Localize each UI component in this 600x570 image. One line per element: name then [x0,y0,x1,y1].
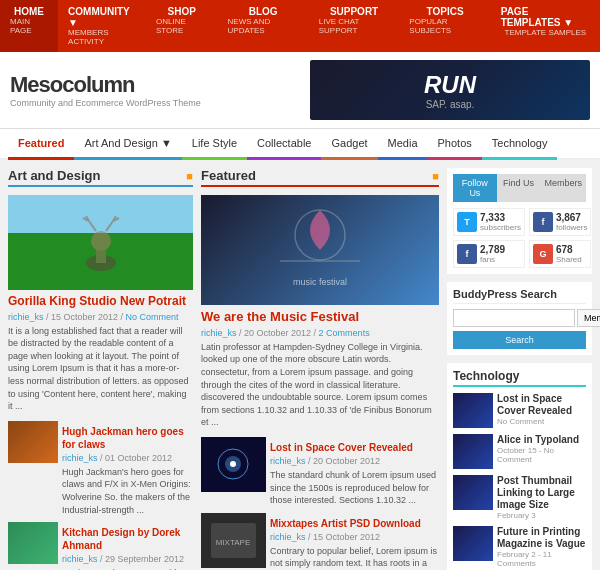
featured-small-author-1[interactable]: richie_ks [270,456,306,466]
top-nav-item-page-templates[interactable]: PAGE TEMPLATES ▼template samples [491,0,600,52]
cat-nav-item-life-style[interactable]: Life Style [182,129,247,160]
featured-small-image-2: MIXTAPE [201,513,266,568]
tech-article-2: Post Thumbnail Linking to Large Image Si… [453,475,586,520]
tech-article-title-0[interactable]: Lost in Space Cover Revealed [497,393,586,417]
facebook-info: 3,867 followers [556,212,588,232]
featured-small-excerpt-2: Contrary to popular belief, Lorem ipsum … [270,545,439,570]
top-navigation: HOMEmain pageCOMMUNITY ▼members activity… [0,0,600,52]
tech-article-title-1[interactable]: Alice in Typoland [497,434,586,446]
featured-small-article-2: MIXTAPE Mixxtapes Artist PSD Download ri… [201,513,439,570]
tech-article-content-1: Alice in Typoland October 15 - No Commen… [497,434,586,469]
featured-small-title-1[interactable]: Lost in Space Cover Revealed [270,441,439,454]
svg-line-3 [89,221,96,231]
cat-nav-item-art-and-design[interactable]: Art And Design ▼ [74,129,181,160]
search-select[interactable]: Members [577,309,600,327]
top-nav-item-support[interactable]: SUPPORTlive chat support [309,0,400,52]
tech-article-title-2[interactable]: Post Thumbnail Linking to Large Image Si… [497,475,586,511]
tab-follow-us[interactable]: Follow Us [453,174,497,202]
tech-article-title-3[interactable]: Future in Printing Magazine is Vague [497,526,586,550]
tech-article-1: Alice in Typoland October 15 - No Commen… [453,434,586,469]
search-input[interactable] [453,309,575,327]
header-banner: RUN SAP. asap. [310,60,590,120]
cat-nav-item-photos[interactable]: Photos [428,129,482,160]
art-small-author-2[interactable]: richie_ks [62,554,98,564]
search-title: BuddyPress Search [453,288,586,304]
banner-text: RUN [424,71,476,99]
cat-nav-item-gadget[interactable]: Gadget [321,129,377,160]
art-small-content-1: Hugh Jackman hero goes for claws richie_… [62,421,193,516]
featured-main-title[interactable]: We are the Music Festival [201,309,439,326]
social-grid: T 7,333 subscribers f 3,867 followers f [453,208,586,268]
svg-text:MIXTAPE: MIXTAPE [216,538,251,547]
top-nav-label: SHOP [168,6,196,17]
banner-sub: SAP. asap. [424,99,476,110]
art-small-content-2: Kitchan Design by Dorek Ahmand richie_ks… [62,522,193,570]
art-small-excerpt-1: Hugh Jackman's hero goes for claws and F… [62,466,193,516]
fans-count: 2,789 [480,244,505,255]
search-button[interactable]: Search [453,331,586,349]
right-column: Follow Us Find Us Members T 7,333 subscr… [447,168,592,570]
twitter-count: 7,333 [480,212,521,223]
search-input-row: Members [453,309,586,327]
featured-main-excerpt: Latin professor at Hampden-Sydney Colleg… [201,341,439,429]
art-main-comment[interactable]: No Comment [126,312,179,322]
top-nav-item-home[interactable]: HOMEmain page [0,0,58,52]
featured-rss-icon[interactable]: ■ [432,170,439,182]
cat-nav-item-media[interactable]: Media [378,129,428,160]
twitter-icon: T [457,212,477,232]
featured-small-excerpt-1: The standard chunk of Lorem ipsum used s… [270,469,439,507]
shared-icon: G [533,244,553,264]
art-small-article-1: Hugh Jackman hero goes for claws richie_… [8,421,193,516]
featured-main-article: music festival We are the Music Festival… [201,195,439,429]
tech-articles: Lost in Space Cover Revealed No Comment … [453,393,586,568]
site-header: Mesocolumn Community and Ecommerce WordP… [0,52,600,129]
featured-small-author-2[interactable]: richie_ks [270,532,306,542]
featured-section-header: Featured ■ [201,168,439,187]
main-content: Art and Design ■ Gorilla King Studio New [0,160,600,570]
site-description: Community and Ecommerce WordPress Theme [10,98,310,108]
featured-small-title-2[interactable]: Mixxtapes Artist PSD Download [270,517,439,530]
top-nav-item-blog[interactable]: BLOGnews and updates [218,0,309,52]
svg-rect-11 [280,260,360,262]
fans-label: fans [480,255,505,264]
tab-find-us[interactable]: Find Us [497,174,541,202]
tech-article-meta-1: October 15 - No Comment [497,446,586,464]
art-small-meta-2: richie_ks / 29 September 2012 [62,554,193,564]
top-nav-item-community[interactable]: COMMUNITY ▼members activity [58,0,146,52]
featured-main-author[interactable]: richie_ks [201,328,237,338]
cat-nav-item-featured[interactable]: Featured [8,129,74,160]
top-nav-label: BLOG [249,6,278,17]
art-section-header: Art and Design ■ [8,168,193,187]
art-small-title-2[interactable]: Kitchan Design by Dorek Ahmand [62,526,193,552]
cat-nav-item-technology[interactable]: Technology [482,129,558,160]
tech-article-content-3: Future in Printing Magazine is Vague Feb… [497,526,586,568]
tech-article-0: Lost in Space Cover Revealed No Comment [453,393,586,428]
twitter-label: subscribers [480,223,521,232]
social-shared: G 678 Shared [529,240,592,268]
featured-small-meta-2: richie_ks / 15 October 2012 [270,532,439,542]
featured-small-article-1: Lost in Space Cover Revealed richie_ks /… [201,437,439,507]
art-small-title-1[interactable]: Hugh Jackman hero goes for claws [62,425,193,451]
social-facebook: f 3,867 followers [529,208,592,236]
tab-members[interactable]: Members [541,174,587,202]
art-rss-icon[interactable]: ■ [186,170,193,182]
art-main-excerpt: It is a long established fact that a rea… [8,325,193,413]
site-title: Mesocolumn [10,72,310,98]
art-main-author[interactable]: richie_ks [8,312,44,322]
featured-main-comment[interactable]: 2 Comments [319,328,370,338]
category-navigation: FeaturedArt And Design ▼Life StyleCollec… [0,129,600,160]
art-small-author-1[interactable]: richie_ks [62,453,98,463]
art-main-title[interactable]: Gorilla King Studio New Potrait [8,294,193,310]
fans-icon: f [457,244,477,264]
top-nav-item-shop[interactable]: SHOPonline store [146,0,218,52]
cat-nav-item-collectable[interactable]: Collectable [247,129,321,160]
site-branding: Mesocolumn Community and Ecommerce WordP… [10,72,310,108]
top-nav-label: COMMUNITY ▼ [68,6,136,28]
tech-article-image-2 [453,475,493,510]
facebook-label: followers [556,223,588,232]
social-twitter: T 7,333 subscribers [453,208,525,236]
tech-article-meta-0: No Comment [497,417,586,426]
top-nav-item-topics[interactable]: TOPICSpopular subjects [399,0,490,52]
tech-article-meta-3: February 2 - 11 Comments [497,550,586,568]
tech-article-content-2: Post Thumbnail Linking to Large Image Si… [497,475,586,520]
